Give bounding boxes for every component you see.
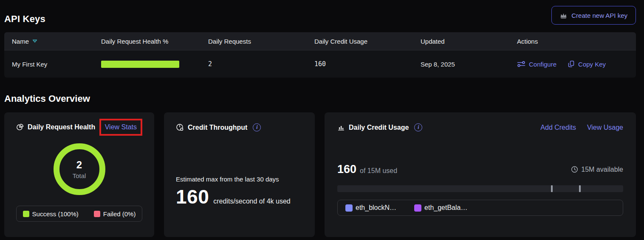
card-credit-throughput: Credit Throughput i Estimated max from t… <box>164 112 315 237</box>
throughput-suffix: credits/second of 4k used <box>213 198 290 205</box>
legend-item-eth-blocknumber: eth_blockN… <box>345 204 396 212</box>
column-daily-requests: Daily Requests <box>208 38 314 45</box>
pie-chart-icon <box>16 123 24 131</box>
cell-updated: Sep 8, 2025 <box>421 61 517 68</box>
card-daily-request-health: Daily Request Health View Stats 2 Total … <box>4 112 154 237</box>
legend-item-eth-getbalance: eth_getBala… <box>414 204 467 212</box>
column-credit-usage: Daily Credit Usage <box>314 38 421 45</box>
topbar: API Keys Create new API key <box>4 6 636 25</box>
health-legend: Success (100%) Failed (0%) <box>16 206 142 222</box>
info-icon[interactable]: i <box>253 123 261 131</box>
copy-icon <box>568 60 575 68</box>
bar-chart-icon <box>337 124 345 131</box>
configure-label: Configure <box>529 61 556 68</box>
column-name-label: Name <box>12 38 29 45</box>
success-swatch <box>23 211 29 217</box>
clock-icon <box>571 166 578 173</box>
add-credits-link[interactable]: Add Credits <box>540 124 576 131</box>
used-group: 160 of 15M used <box>337 164 397 175</box>
view-usage-link[interactable]: View Usage <box>587 124 623 131</box>
gauge-icon <box>176 123 184 131</box>
create-api-key-button[interactable]: Create new API key <box>551 6 636 25</box>
eth-blocknumber-swatch <box>345 204 353 212</box>
usage-links: Add Credits View Usage <box>540 124 623 131</box>
column-health: Daily Request Health % <box>101 38 208 45</box>
page-title: API Keys <box>4 14 45 25</box>
table-row: My First Key 2 160 Sep 8, 2025 <box>4 50 636 78</box>
health-bar-fill <box>101 61 179 68</box>
copy-key-label: Copy Key <box>578 61 606 68</box>
card-daily-credit-usage: Daily Credit Usage i Add Credits View Us… <box>325 112 636 237</box>
failed-label: Failed (0%) <box>103 210 136 218</box>
card-usage-header: Daily Credit Usage i Add Credits View Us… <box>337 123 623 131</box>
analytics-cards: Daily Request Health View Stats 2 Total … <box>4 112 636 237</box>
progress-tick <box>579 185 581 192</box>
health-bar-track <box>101 61 179 68</box>
card-throughput-header: Credit Throughput i <box>176 123 303 131</box>
available-label: 15M available <box>581 166 623 173</box>
eth-blocknumber-label: eth_blockN… <box>356 204 396 212</box>
credits-used-suffix: of 15M used <box>360 167 397 175</box>
legend-item-failed: Failed (0%) <box>94 210 136 218</box>
crown-icon <box>560 12 567 19</box>
dashboard-page: API Keys Create new API key Name D <box>0 6 644 237</box>
cell-actions: Configure Copy Key <box>517 60 628 68</box>
sort-down-icon[interactable] <box>32 39 37 43</box>
copy-key-link[interactable]: Copy Key <box>568 60 606 68</box>
donut-total-label: Total <box>73 172 86 179</box>
throughput-value: 160 <box>176 187 209 207</box>
donut-total-value: 2 <box>76 159 82 171</box>
configure-link[interactable]: Configure <box>517 61 556 68</box>
table-header: Name Daily Request Health % Daily Reques… <box>4 32 636 50</box>
card-health-title: Daily Request Health <box>28 123 95 131</box>
throughput-value-row: 160 credits/second of 4k used <box>176 187 303 207</box>
throughput-subtitle: Estimated max from the last 30 days <box>176 176 303 183</box>
column-updated: Updated <box>421 38 517 45</box>
progress-tick <box>551 185 553 192</box>
credits-used-value: 160 <box>337 164 356 175</box>
card-throughput-title: Credit Throughput <box>188 124 247 131</box>
analytics-title: Analytics Overview <box>4 93 636 104</box>
eth-getbalance-swatch <box>414 204 421 212</box>
success-label: Success (100%) <box>32 210 79 218</box>
failed-swatch <box>94 211 100 217</box>
create-api-key-label: Create new API key <box>571 12 627 19</box>
view-stats-annotation-box: View Stats <box>99 119 142 136</box>
donut-chart-wrap: 2 Total <box>16 143 142 195</box>
legend-item-success: Success (100%) <box>23 210 79 218</box>
column-name: Name <box>12 38 101 45</box>
column-actions: Actions <box>517 38 628 45</box>
cell-key-name: My First Key <box>12 61 101 68</box>
usage-legend: eth_blockN… eth_getBala… <box>337 200 623 216</box>
cell-daily-requests: 2 <box>208 60 314 68</box>
credit-usage-progress-bar <box>337 185 623 192</box>
usage-summary-row: 160 of 15M used 15M available <box>337 164 623 175</box>
eth-getbalance-label: eth_getBala… <box>424 204 467 212</box>
cell-health <box>101 61 208 68</box>
info-icon[interactable]: i <box>414 123 422 131</box>
view-stats-link[interactable]: View Stats <box>105 123 137 131</box>
sliders-icon <box>517 61 525 67</box>
request-health-donut: 2 Total <box>54 143 105 195</box>
cell-credit-usage: 160 <box>314 60 421 68</box>
card-usage-title: Daily Credit Usage <box>349 124 409 131</box>
card-health-header: Daily Request Health View Stats <box>16 119 142 136</box>
api-keys-table: Name Daily Request Health % Daily Reques… <box>4 32 636 78</box>
available-group: 15M available <box>571 166 623 173</box>
